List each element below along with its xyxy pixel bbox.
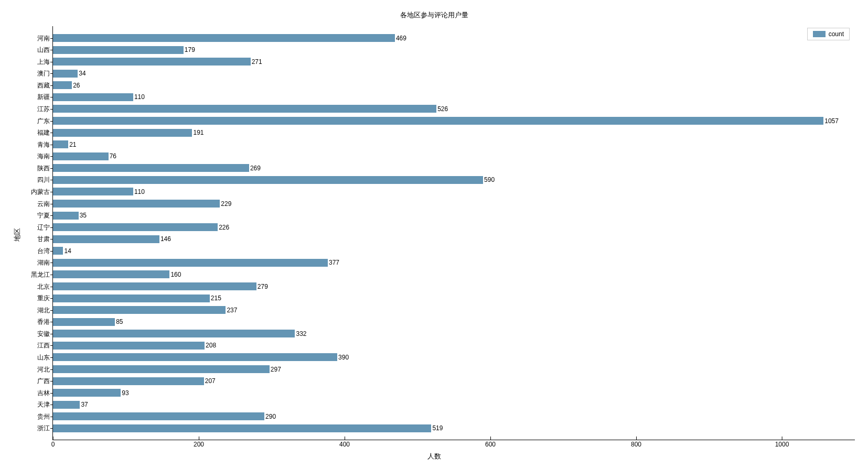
bar-row: 澳门34 (53, 68, 855, 80)
y-tick-label: 江苏 (37, 104, 50, 113)
bar-value-label: 26 (73, 82, 80, 89)
bar-row: 青海21 (53, 138, 855, 150)
bars-group: 河南469山西179上海271澳门34西藏26新疆110江苏526广东1057福… (53, 26, 855, 440)
bar-value-label: 390 (338, 354, 349, 361)
bar-row: 甘肃146 (53, 233, 855, 245)
y-axis-label: 地区 (13, 228, 22, 242)
y-tick-label: 北京 (37, 282, 50, 291)
bar-value-label: 191 (193, 129, 203, 136)
y-tick-label: 天津 (37, 400, 50, 409)
x-tick: 200 (194, 440, 204, 448)
bar (53, 365, 270, 373)
y-tick-label: 广西 (37, 377, 50, 386)
y-tick-label: 陕西 (37, 163, 50, 172)
bar (53, 401, 80, 409)
bar-row: 宁夏35 (53, 210, 855, 222)
bar (53, 247, 63, 255)
bar-value-label: 21 (69, 141, 76, 148)
bar-row: 江西208 (53, 340, 855, 352)
y-tick-label: 黑龙江 (31, 270, 50, 279)
bar-row: 香港85 (53, 316, 855, 328)
bar (53, 306, 226, 314)
y-tick-label: 广东 (37, 116, 50, 125)
bar-row: 福建191 (53, 127, 855, 139)
bar-row: 吉林93 (53, 387, 855, 399)
bar-row: 山东390 (53, 352, 855, 364)
bar-row: 内蒙古110 (53, 186, 855, 198)
bar-value-label: 35 (80, 212, 87, 219)
y-tick-label: 浙江 (37, 424, 50, 433)
plot-area: 河南469山西179上海271澳门34西藏26新疆110江苏526广东1057福… (52, 26, 855, 440)
y-tick-label: 福建 (37, 128, 50, 137)
bar (53, 176, 483, 184)
bar-value-label: 269 (250, 165, 261, 172)
y-tick-label: 河北 (37, 365, 50, 374)
bar (53, 188, 133, 195)
bar-row: 山西179 (53, 44, 855, 56)
y-tick-label: 重庆 (37, 294, 50, 303)
bar-row: 云南229 (53, 198, 855, 210)
bar-row: 江苏526 (53, 103, 855, 115)
bar-value-label: 229 (221, 200, 231, 208)
y-tick-label: 香港 (37, 318, 50, 326)
x-tick: 1000 (775, 440, 789, 448)
y-tick-label: 宁夏 (37, 211, 50, 220)
bar-value-label: 469 (396, 35, 406, 42)
y-tick-label: 贵州 (37, 412, 50, 421)
bar (53, 377, 204, 385)
bar-value-label: 37 (81, 401, 88, 408)
bar-row: 湖南377 (53, 257, 855, 269)
bar-value-label: 297 (271, 366, 281, 373)
bar-row: 台湾14 (53, 245, 855, 257)
bar (53, 58, 251, 66)
bar-value-label: 237 (227, 307, 237, 314)
bar (53, 200, 220, 208)
bar-row: 安徽332 (53, 328, 855, 340)
bar (53, 140, 68, 148)
bar (53, 282, 256, 290)
bar-row: 河南469 (53, 32, 855, 44)
bar-value-label: 93 (122, 389, 128, 397)
bar (53, 129, 192, 137)
bar (53, 152, 109, 160)
x-axis: 02004006008001000 (53, 440, 855, 450)
bar-row: 北京279 (53, 280, 855, 292)
bar-value-label: 279 (258, 283, 268, 290)
x-tick: 600 (485, 440, 496, 448)
bar (53, 342, 205, 350)
bar-value-label: 34 (79, 70, 85, 77)
bar-row: 陕西269 (53, 162, 855, 174)
y-tick-label: 河南 (37, 34, 50, 42)
bar (53, 235, 159, 243)
bar-value-label: 377 (329, 259, 339, 266)
bar-value-label: 110 (134, 93, 145, 101)
bar (53, 412, 264, 420)
y-tick-label: 湖南 (37, 258, 50, 267)
bar-value-label: 1057 (824, 117, 839, 125)
bar-row: 海南76 (53, 150, 855, 162)
y-tick-label: 云南 (37, 199, 50, 208)
bar (53, 318, 115, 326)
bar (53, 330, 295, 337)
bar (53, 93, 133, 101)
bar (53, 212, 79, 220)
bar-row: 重庆215 (53, 292, 855, 304)
bar-row: 河北297 (53, 363, 855, 375)
x-tick: 400 (339, 440, 350, 448)
y-tick-label: 湖北 (37, 306, 50, 314)
bar-row: 广西207 (53, 375, 855, 387)
bar-row: 黑龙江160 (53, 269, 855, 281)
bar (53, 46, 184, 54)
y-tick-label: 甘肃 (37, 235, 50, 244)
bar-value-label: 208 (206, 342, 216, 349)
bar-row: 西藏26 (53, 80, 855, 92)
y-tick-label: 台湾 (37, 246, 50, 255)
bar-value-label: 526 (437, 105, 448, 113)
bar (53, 270, 169, 278)
bar-row: 新疆110 (53, 91, 855, 103)
bar-value-label: 76 (110, 152, 116, 160)
y-tick-label: 辽宁 (37, 223, 50, 232)
y-tick-label: 上海 (37, 57, 50, 66)
y-tick-label: 四川 (37, 176, 50, 184)
bar-row: 浙江519 (53, 422, 855, 434)
